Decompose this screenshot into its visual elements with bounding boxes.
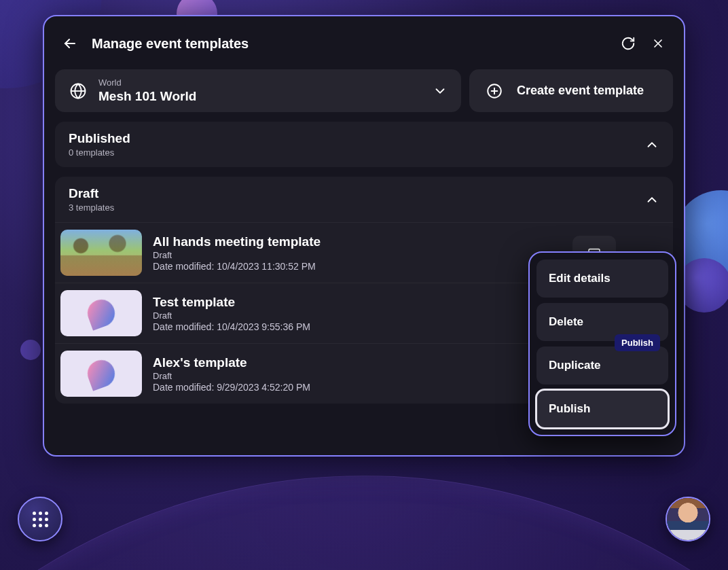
context-menu: Edit details Delete Duplicate Publish Pu… <box>528 251 676 436</box>
draft-title: Draft <box>69 186 644 201</box>
create-template-label: Create event template <box>517 84 644 98</box>
published-title: Published <box>69 131 644 146</box>
template-info: All hands meeting template Draft Date mo… <box>153 234 562 272</box>
template-thumbnail <box>60 351 142 397</box>
published-header[interactable]: Published 0 templates <box>55 122 673 167</box>
template-title: All hands meeting template <box>153 234 562 249</box>
published-count: 0 templates <box>69 147 644 158</box>
bg-decor <box>0 476 728 570</box>
world-label: World <box>98 77 196 88</box>
plus-circle-icon <box>486 82 503 100</box>
grid-icon <box>33 512 48 527</box>
draft-header[interactable]: Draft 3 templates <box>55 177 673 222</box>
bg-decor <box>20 340 41 360</box>
template-date: Date modified: 10/4/2023 11:30:52 PM <box>153 261 562 272</box>
avatar-button[interactable] <box>666 497 710 541</box>
published-section: Published 0 templates <box>55 122 673 167</box>
panel-header: Manage event templates <box>55 27 673 60</box>
menu-duplicate[interactable]: Duplicate <box>536 346 668 385</box>
app-launcher-button[interactable] <box>18 497 62 541</box>
template-thumbnail <box>60 230 142 276</box>
close-button[interactable] <box>643 29 673 58</box>
refresh-button[interactable] <box>613 29 643 58</box>
chevron-down-icon <box>433 84 448 99</box>
avatar-icon <box>667 498 709 540</box>
world-meta: World Mesh 101 World <box>98 77 196 104</box>
controls-row: World Mesh 101 World Create event templa… <box>55 69 673 112</box>
publish-tooltip: Publish <box>615 334 660 351</box>
world-selector[interactable]: World Mesh 101 World <box>55 69 461 112</box>
chevron-up-icon <box>644 137 659 152</box>
chevron-up-icon <box>644 192 659 207</box>
menu-edit-details[interactable]: Edit details <box>536 260 668 298</box>
create-template-button[interactable]: Create event template <box>469 69 673 112</box>
template-thumbnail <box>60 290 142 336</box>
world-value: Mesh 101 World <box>98 89 196 104</box>
draft-count: 3 templates <box>69 202 644 213</box>
menu-publish[interactable]: Publish <box>536 390 668 428</box>
back-button[interactable] <box>55 29 85 58</box>
template-status: Draft <box>153 250 562 260</box>
globe-icon <box>69 82 88 101</box>
page-title: Manage event templates <box>92 36 613 52</box>
